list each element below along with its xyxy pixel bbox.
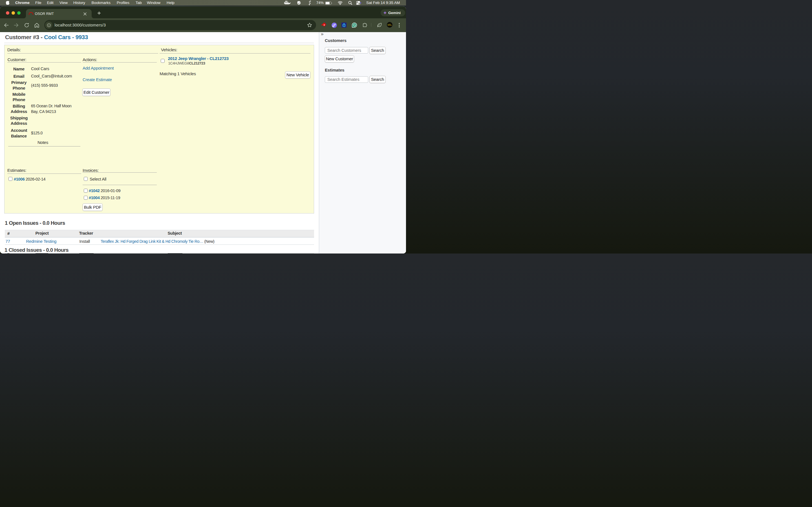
- svg-text:Fabrication: Fabrication: [388, 25, 392, 26]
